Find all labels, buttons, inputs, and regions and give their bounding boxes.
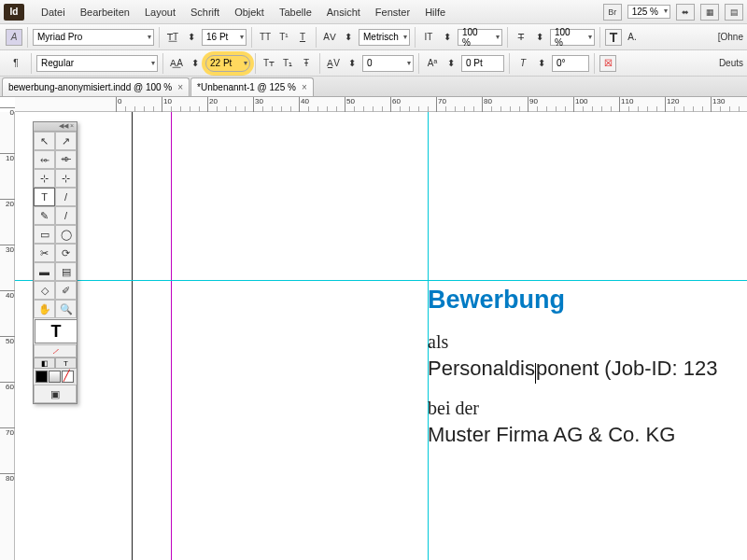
smallcaps-button[interactable]: Tᴛ <box>261 55 277 72</box>
zoom-select[interactable]: 125 % <box>627 5 670 19</box>
size-stepper[interactable]: ⬍ <box>183 29 200 46</box>
font-size-select[interactable]: 16 Pt <box>202 29 247 46</box>
big-type-tool[interactable]: T <box>35 319 78 343</box>
document-text-frame[interactable]: Bewerbung als Personaldisponent (Job-ID:… <box>428 286 747 464</box>
tracking-icon: A̲V <box>325 55 342 72</box>
menu-layout[interactable]: Layout <box>137 7 183 18</box>
tab-unbenannt[interactable]: *Unbenannt-1 @ 125 %× <box>190 77 314 96</box>
tool-5-0[interactable]: ▭ <box>34 225 55 244</box>
swap-fill-stroke[interactable]: ⟋ <box>34 344 77 357</box>
tool-7-0[interactable]: ▬ <box>34 262 55 281</box>
menu-tabelle[interactable]: Tabelle <box>272 7 319 18</box>
kerning-stepper[interactable]: ⬍ <box>340 29 357 46</box>
format-container-button[interactable]: ◧ <box>34 357 55 369</box>
vscale-icon: IT <box>420 29 437 46</box>
control-panel-row1: A Myriad Pro T͟T ⬍ 16 Pt TT T¹ T AⅤ ⬍ Me… <box>0 24 747 50</box>
leading-select[interactable]: 22 Pt <box>205 55 250 72</box>
tool-2-1[interactable]: ⊹ <box>55 169 77 188</box>
tools-panel[interactable]: ◀◀ × ↖↗⬰⬲⊹⊹T/✎/▭◯✂⟳▬▤◇✐✋🔍 T ⟋ ◧ T ╱ ▣ <box>33 121 78 404</box>
char-style-label: [Ohne <box>718 32 743 42</box>
tool-4-0[interactable]: ✎ <box>34 206 55 225</box>
swatch-gradient[interactable] <box>49 371 61 383</box>
screen-mode-button[interactable]: ▦ <box>700 4 719 21</box>
tool-6-1[interactable]: ⟳ <box>55 244 77 262</box>
vscale-stepper[interactable]: ⬍ <box>439 29 456 46</box>
bridge-button[interactable]: Br <box>603 4 622 21</box>
kerning-select[interactable]: Metrisch <box>359 29 410 46</box>
panel-grip[interactable]: ◀◀ × <box>34 122 77 132</box>
leading-icon: A͟A <box>168 55 185 72</box>
menu-ansicht[interactable]: Ansicht <box>319 7 368 18</box>
tab-bewerbung[interactable]: bewerbung-anonymisiert.indd @ 100 %× <box>2 77 190 96</box>
fill-text-icon[interactable]: T <box>605 29 622 46</box>
leading-stepper[interactable]: ⬍ <box>187 55 204 72</box>
guide-magenta[interactable] <box>171 112 172 560</box>
doc-line-bei: bei der <box>428 398 747 419</box>
tool-0-0[interactable]: ↖ <box>34 132 55 150</box>
format-text-button[interactable]: T <box>55 357 77 369</box>
font-family-select[interactable]: Myriad Pro <box>33 29 154 46</box>
tool-3-0[interactable]: T <box>34 188 55 206</box>
app-logo: Id <box>4 4 24 21</box>
skew-field[interactable]: 0° <box>552 55 589 72</box>
hscale-select[interactable]: 100 % <box>550 29 595 46</box>
vscale-select[interactable]: 100 % <box>458 29 502 46</box>
tool-9-1[interactable]: 🔍 <box>55 300 77 318</box>
tool-6-0[interactable]: ✂ <box>34 244 55 262</box>
canvas[interactable]: Bewerbung als Personaldisponent (Job-ID:… <box>15 112 747 560</box>
char-style-icon[interactable]: A. <box>624 29 641 46</box>
no-fill-icon[interactable]: ☒ <box>599 55 616 72</box>
tool-0-1[interactable]: ↗ <box>55 132 77 150</box>
font-weight-select[interactable]: Regular <box>36 55 158 72</box>
baseline-field[interactable]: 0 Pt <box>461 55 504 72</box>
font-size-icon: T͟T <box>164 29 181 46</box>
menu-fenster[interactable]: Fenster <box>368 7 417 18</box>
underline-button[interactable]: T <box>294 29 311 46</box>
tool-9-0[interactable]: ✋ <box>34 300 55 318</box>
tool-2-0[interactable]: ⊹ <box>34 169 55 188</box>
tool-5-1[interactable]: ◯ <box>55 225 77 244</box>
apply-color-row: ╱ <box>34 369 77 385</box>
tool-7-1[interactable]: ▤ <box>55 262 77 281</box>
guide-cyan-h[interactable] <box>15 280 747 281</box>
strikethrough-button[interactable]: Ŧ <box>298 55 315 72</box>
menu-objekt[interactable]: Objekt <box>227 7 272 18</box>
skew-stepper[interactable]: ⬍ <box>533 55 550 72</box>
superscript-button[interactable]: T¹ <box>275 29 292 46</box>
view-options-button[interactable]: ▤ <box>725 4 743 21</box>
baseline-icon: Aª <box>424 55 441 72</box>
hscale-stepper[interactable]: ⬍ <box>531 29 548 46</box>
swatch-black[interactable] <box>35 371 48 383</box>
menu-bearbeiten[interactable]: Bearbeiten <box>73 7 137 18</box>
tool-4-1[interactable]: / <box>55 206 77 225</box>
ruler-horizontal[interactable]: 0102030405060708090100110120130 <box>15 97 747 112</box>
tool-1-0[interactable]: ⬰ <box>34 150 55 169</box>
ruler-vertical[interactable]: 01020304050607080 <box>0 112 15 560</box>
menu-bar: Id Datei Bearbeiten Layout Schrift Objek… <box>0 0 747 24</box>
swatch-none[interactable]: ╱ <box>62 371 74 383</box>
baseline-stepper[interactable]: ⬍ <box>443 55 459 72</box>
arrange-button[interactable]: ⬌ <box>676 4 695 21</box>
text-cursor <box>535 363 536 384</box>
tracking-select[interactable]: 0 <box>362 55 414 72</box>
skew-icon: T <box>514 55 531 72</box>
menu-hilfe[interactable]: Hilfe <box>417 7 453 18</box>
tracking-stepper[interactable]: ⬍ <box>344 55 360 72</box>
subscript-button[interactable]: T₁ <box>279 55 296 72</box>
control-panel-row2: ¶ Regular A͟A ⬍ 22 Pt Tᴛ T₁ Ŧ A̲V ⬍ 0 Aª… <box>0 50 747 77</box>
doc-title: Bewerbung <box>428 286 747 315</box>
close-icon[interactable]: × <box>177 82 183 92</box>
tool-8-1[interactable]: ✐ <box>55 281 77 300</box>
close-icon[interactable]: × <box>302 82 307 92</box>
tool-3-1[interactable]: / <box>55 188 77 206</box>
language-label[interactable]: Deuts <box>719 58 743 68</box>
doc-line-position: Personaldisponent (Job-ID: 123 <box>428 357 747 381</box>
para-format-icon[interactable]: ¶ <box>6 55 26 72</box>
menu-schrift[interactable]: Schrift <box>183 7 227 18</box>
allcaps-button[interactable]: TT <box>257 29 274 46</box>
view-mode-button[interactable]: ▣ <box>34 385 77 403</box>
tool-8-0[interactable]: ◇ <box>34 281 55 300</box>
char-format-icon[interactable]: A <box>6 29 22 46</box>
menu-datei[interactable]: Datei <box>34 7 73 18</box>
tool-1-1[interactable]: ⬲ <box>55 150 77 169</box>
